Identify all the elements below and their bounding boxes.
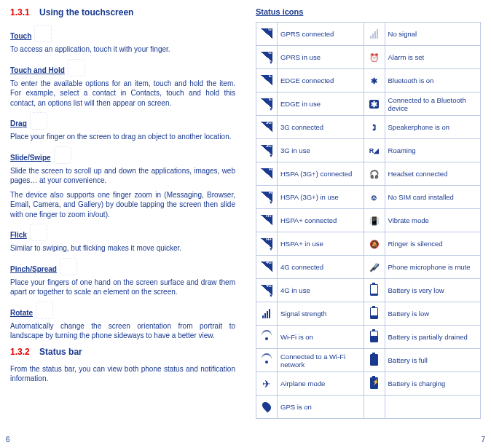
status-icon-right: 🔕 — [364, 232, 385, 256]
status-label-right: Battery is very low — [385, 279, 480, 302]
icon-row: Wi-Fi is onBattery is partially drained — [256, 326, 481, 349]
status-icon-right — [364, 326, 385, 349]
status-label-left: GPS is on — [278, 396, 364, 419]
status-icon-right: 📳 — [364, 209, 385, 232]
status-label-left: EDGE connected — [278, 69, 364, 93]
status-label-left: HSPA+ in use — [278, 232, 364, 256]
icon-row: 4G4G connected🎤̸Phone microphone is mute — [256, 256, 481, 279]
status-icon-right: 🕽 — [364, 116, 385, 139]
icon-row: H▲▼HSPA (3G+) in use⎊No SIM card install… — [256, 186, 481, 209]
status-icon-right — [364, 302, 385, 326]
status-icon-right — [364, 279, 385, 302]
status-label-right: Bluetooth is on — [385, 69, 480, 93]
status-label-right: Battery is partially drained — [385, 326, 480, 349]
status-label-left: Airplane mode — [278, 372, 364, 396]
status-label-left: GPRS in use — [278, 46, 364, 69]
status-icon-right: ⚡ — [364, 372, 385, 396]
slide-text1: Slide the screen to scroll up and down t… — [10, 166, 235, 186]
status-label-left: EDGE in use — [278, 93, 364, 116]
icon-row: E▲▼EDGE in use✱Connected to a Bluetooth … — [256, 93, 481, 116]
hold-icon — [68, 59, 85, 76]
status-label-left: GPRS connected — [278, 23, 364, 46]
status-icon-left: H+▲▼ — [256, 232, 278, 256]
rotate-heading: Rotate — [10, 309, 33, 317]
status-label-left: 4G connected — [278, 256, 364, 279]
status-label-right: Alarm is set — [385, 46, 480, 69]
status-icon-right: R◢ — [364, 139, 385, 162]
status-label-right — [385, 396, 480, 419]
flick-icon — [30, 224, 47, 241]
status-icon-left: 3G — [256, 116, 278, 139]
status-label-left: Wi-Fi is on — [278, 326, 364, 349]
status-label-right: Roaming — [385, 139, 480, 162]
status-icon-left: H+ — [256, 209, 278, 232]
section-131-heading: 1.3.1 Using the touchscreen — [10, 7, 235, 17]
icon-row: GPS is on — [256, 396, 481, 419]
icon-row: HHSPA (3G+) connected🎧Headset connected — [256, 162, 481, 186]
status-icon-right: ⏰ — [364, 46, 385, 69]
status-label-right: Battery is full — [385, 349, 480, 372]
icon-row: Connected to a Wi-Fi networkBattery is f… — [256, 349, 481, 372]
status-icons-title: Status icons — [256, 7, 481, 16]
flick-heading: Flick — [10, 231, 27, 239]
icon-row: 4G▲▼4G in useBattery is very low — [256, 279, 481, 302]
drag-icon — [30, 112, 47, 130]
status-label-left: Connected to a Wi-Fi network — [278, 349, 364, 372]
status-icons-table: GGPRS connectedNo signalG▲▼GPRS in use⏰A… — [256, 22, 481, 419]
icon-row: H+HSPA+ connected📳Vibrate mode — [256, 209, 481, 232]
icon-row: Airplane mode⚡Battery is charging — [256, 372, 481, 396]
pinch-text: Place your fingers of one hand on the sc… — [10, 278, 235, 297]
status-icon-left: H — [256, 162, 278, 186]
status-icon-left: 3G▲▼ — [256, 139, 278, 162]
status-icon-right: 🎧 — [364, 162, 385, 186]
section-132-heading: 1.3.2 Status bar — [10, 347, 235, 357]
status-label-left: 3G connected — [278, 116, 364, 139]
status-icon-right: ✱ — [364, 93, 385, 116]
icon-row: H+▲▼HSPA+ in use🔕Ringer is silenced — [256, 232, 481, 256]
status-icon-right: ✱ — [364, 69, 385, 93]
status-label-left: 4G in use — [278, 279, 364, 302]
status-icon-right: 🎤̸ — [364, 256, 385, 279]
section-number-132: 1.3.2 — [10, 347, 30, 357]
status-label-right: Headset connected — [385, 162, 480, 186]
status-label-right: Battery is charging — [385, 372, 480, 396]
status-icon-right: ⎊ — [364, 186, 385, 209]
icon-row: 3G▲▼3G in useR◢Roaming — [256, 139, 481, 162]
slide-heading: Slide/Swipe — [10, 154, 51, 162]
status-icon-left — [256, 396, 278, 419]
hold-text: To enter the available options for an it… — [10, 79, 235, 109]
status-icon-right — [364, 23, 385, 46]
touch-icon — [34, 25, 52, 42]
status-label-right: Connected to a Bluetooth device — [385, 93, 480, 116]
status-label-left: 3G in use — [278, 139, 364, 162]
pinch-heading: Pinch/Spread — [10, 265, 57, 273]
status-label-right: Ringer is silenced — [385, 232, 480, 256]
status-label-right: Phone microphone is mute — [385, 256, 480, 279]
icon-row: GGPRS connectedNo signal — [256, 23, 481, 46]
icon-row: Signal strengthBattery is low — [256, 302, 481, 326]
pinch-icon — [60, 258, 77, 275]
status-icon-left: H▲▼ — [256, 186, 278, 209]
status-label-right: No SIM card installed — [385, 186, 480, 209]
status-label-right: No signal — [385, 23, 480, 46]
status-icon-right — [364, 349, 385, 372]
status-icon-left: 4G▲▼ — [256, 279, 278, 302]
status-label-left: HSPA (3G+) connected — [278, 162, 364, 186]
left-column: 1.3.1 Using the touchscreen Touch To acc… — [0, 0, 246, 437]
right-column: Status icons GGPRS connectedNo signalG▲▼… — [246, 0, 491, 437]
rotate-icon — [36, 302, 53, 319]
status-icon-left — [256, 326, 278, 349]
page-number-left: 6 — [6, 436, 10, 444]
status-label-left: HSPA (3G+) in use — [278, 186, 364, 209]
rotate-text: Automatically change the screen orientat… — [10, 321, 235, 341]
status-icon-left: E▲▼ — [256, 93, 278, 116]
status-icon-left: E — [256, 69, 278, 93]
icon-row: 3G3G connected🕽Speakerphone is on — [256, 116, 481, 139]
status-icon-left — [256, 302, 278, 326]
drag-heading: Drag — [10, 119, 27, 127]
status-label-right: Battery is low — [385, 302, 480, 326]
hold-heading: Touch and Hold — [10, 66, 65, 74]
slide-icon — [54, 146, 71, 164]
status-label-left: HSPA+ connected — [278, 209, 364, 232]
touch-text: To access an application, touch it with … — [10, 44, 235, 55]
